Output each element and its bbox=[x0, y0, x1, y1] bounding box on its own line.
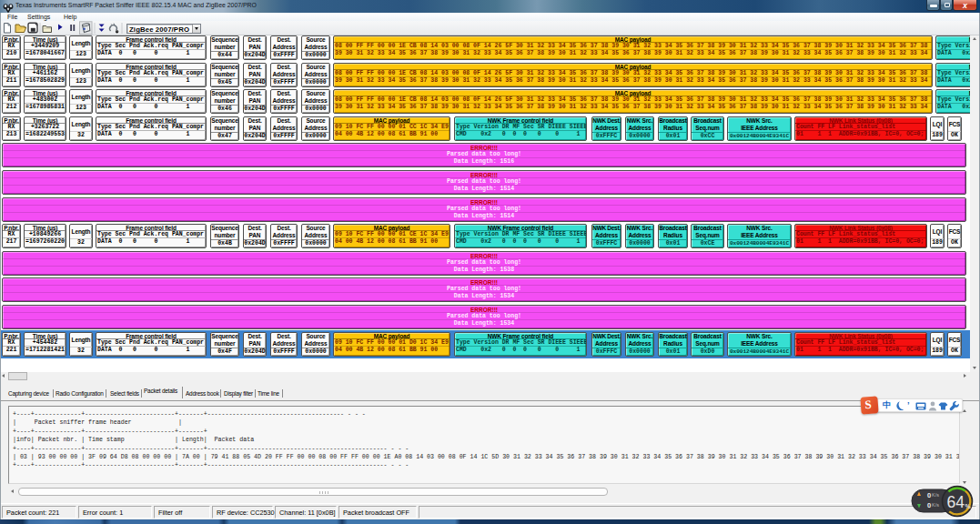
svg-text:K/s: K/s bbox=[932, 492, 939, 498]
svg-text:0: 0 bbox=[927, 491, 931, 499]
svg-text:0: 0 bbox=[927, 501, 931, 509]
svg-text:64: 64 bbox=[947, 493, 965, 511]
svg-text:%: % bbox=[965, 503, 972, 509]
svg-text:K/s: K/s bbox=[932, 502, 939, 508]
